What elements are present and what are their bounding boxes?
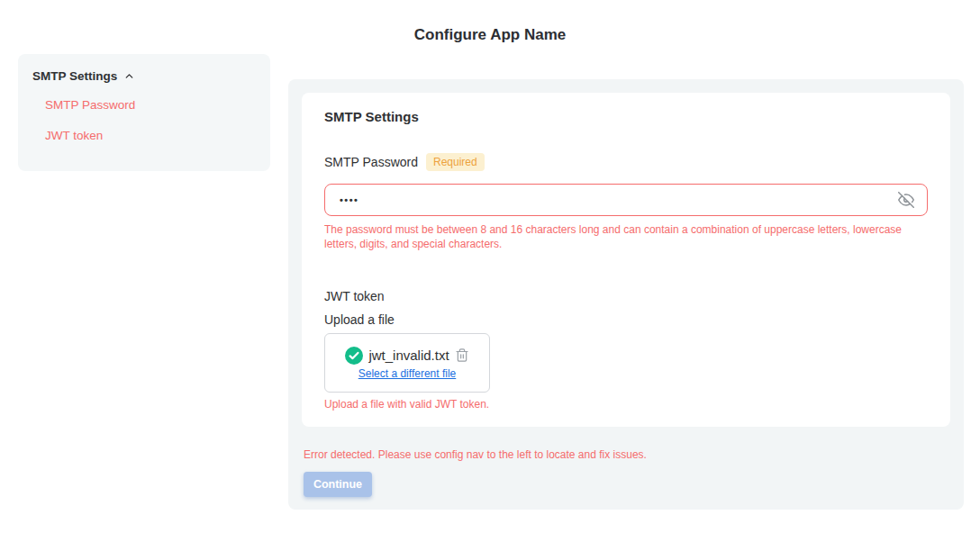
panel-error-text: Error detected. Please use config nav to… xyxy=(304,448,950,461)
smtp-settings-card: SMTP Settings SMTP Password Required The… xyxy=(302,93,950,427)
smtp-password-error-text: The password must be between 8 and 16 ch… xyxy=(324,222,928,251)
sidebar-section-label: SMTP Settings xyxy=(32,69,117,83)
upload-file-label: Upload a file xyxy=(324,312,928,327)
trash-icon xyxy=(455,348,469,363)
eye-slash-icon xyxy=(898,192,914,208)
required-badge: Required xyxy=(426,153,485,171)
sidebar-item-jwt-token[interactable]: JWT token xyxy=(45,127,256,144)
jwt-token-label: JWT token xyxy=(324,289,928,303)
uploaded-file-name: jwt_invalid.txt xyxy=(368,348,449,363)
select-different-file-link[interactable]: Select a different file xyxy=(358,367,457,380)
jwt-upload-error-text: Upload a file with valid JWT token. xyxy=(324,398,928,411)
chevron-up-icon[interactable] xyxy=(123,70,135,82)
check-circle-icon xyxy=(345,347,363,365)
toggle-password-visibility-button[interactable] xyxy=(896,190,916,210)
smtp-password-input[interactable] xyxy=(325,194,896,205)
smtp-password-field xyxy=(324,184,928,216)
sidebar-item-smtp-password[interactable]: SMTP Password xyxy=(45,96,256,113)
smtp-password-label: SMTP Password xyxy=(324,155,418,169)
sidebar-section-smtp-settings[interactable]: SMTP Settings xyxy=(32,69,256,83)
page-title: Configure App Name xyxy=(0,26,980,44)
config-panel: SMTP Settings SMTP Password Required The… xyxy=(288,79,964,510)
file-upload-box: jwt_invalid.txt Select a different file xyxy=(324,333,490,393)
continue-button[interactable]: Continue xyxy=(304,472,372,497)
config-nav-sidebar: SMTP Settings SMTP Password JWT token xyxy=(18,54,270,171)
delete-file-button[interactable] xyxy=(455,348,469,363)
card-title: SMTP Settings xyxy=(324,109,928,124)
